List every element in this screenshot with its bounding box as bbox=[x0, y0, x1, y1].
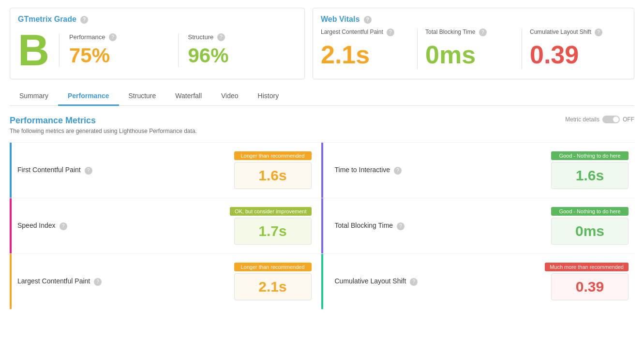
lcp-value: 2.1s bbox=[321, 40, 409, 69]
cls-metric-value: 0.39 bbox=[576, 279, 604, 295]
tbt-help-icon[interactable]: ? bbox=[479, 29, 487, 36]
lcp-metric-label: Largest Contentful Paint ? bbox=[17, 277, 225, 285]
metric-details-toggle[interactable]: Metric details OFF bbox=[565, 116, 634, 123]
cls-value-box: 0.39 bbox=[551, 273, 629, 300]
tti-cell: Time to Interactive ? Good - Nothing to … bbox=[329, 143, 635, 198]
tbt-badge: Good - Nothing to do here bbox=[551, 207, 629, 216]
structure-label-text: Structure bbox=[188, 33, 214, 41]
si-cell: Speed Index ? OK, but consider improveme… bbox=[10, 198, 317, 253]
gtmetrix-title: GTmetrix Grade ? bbox=[18, 15, 297, 24]
structure-help-icon[interactable]: ? bbox=[217, 33, 225, 41]
row3-divider bbox=[321, 254, 325, 309]
performance-help-icon[interactable]: ? bbox=[109, 33, 117, 41]
toggle-label: OFF bbox=[623, 116, 634, 123]
performance-label: Performance ? bbox=[69, 33, 178, 42]
lcp-metric-value: 2.1s bbox=[258, 279, 286, 295]
gtmetrix-grade-card: GTmetrix Grade ? B Performance ? 75% Str… bbox=[10, 8, 305, 79]
tab-summary[interactable]: Summary bbox=[10, 87, 58, 106]
cls-label: Cumulative Layout Shift ? bbox=[530, 29, 618, 36]
metrics-row-3: Largest Contentful Paint ? Longer than r… bbox=[10, 253, 634, 309]
cls-item: Cumulative Layout Shift ? 0.39 bbox=[522, 29, 626, 69]
tbt-cell: Total Blocking Time ? Good - Nothing to … bbox=[329, 198, 635, 253]
si-label-text: Speed Index bbox=[17, 221, 56, 229]
structure-value: 96% bbox=[188, 44, 297, 67]
tbt-label: Total Blocking Time ? bbox=[425, 29, 514, 36]
cls-value: 0.39 bbox=[530, 40, 618, 69]
tab-video[interactable]: Video bbox=[211, 87, 248, 106]
tti-badge-container: Good - Nothing to do here 1.6s bbox=[541, 151, 629, 189]
gtmetrix-help-icon[interactable]: ? bbox=[80, 16, 88, 24]
fcp-value: 1.6s bbox=[258, 167, 286, 183]
fcp-cell: First Contentful Paint ? Longer than rec… bbox=[10, 143, 317, 198]
webvitals-help-icon[interactable]: ? bbox=[364, 16, 372, 24]
lcp-metric-badge-container: Longer than recommended 2.1s bbox=[225, 263, 312, 300]
performance-metrics-section: Metric details OFF Performance Metrics T… bbox=[10, 116, 634, 309]
fcp-help-icon[interactable]: ? bbox=[85, 167, 92, 175]
tbt-item: Total Blocking Time ? 0ms bbox=[417, 29, 522, 69]
lcp-metric-cell: Largest Contentful Paint ? Longer than r… bbox=[10, 254, 317, 309]
cls-metric-label: Cumulative Layout Shift ? bbox=[335, 277, 542, 285]
row2-divider bbox=[321, 198, 325, 253]
tti-label-text: Time to Interactive bbox=[335, 166, 390, 174]
grade-letter: B bbox=[18, 29, 59, 72]
cls-metric-label-text: Cumulative Layout Shift bbox=[335, 277, 406, 285]
lcp-item: Largest Contentful Paint ? 2.1s bbox=[321, 29, 417, 69]
performance-metric: Performance ? 75% bbox=[59, 33, 178, 68]
tti-badge: Good - Nothing to do here bbox=[551, 151, 629, 160]
tbt-badge-container: Good - Nothing to do here 0ms bbox=[541, 207, 629, 245]
tti-value-box: 1.6s bbox=[551, 162, 629, 189]
si-badge: OK, but consider improvement bbox=[230, 207, 312, 216]
tab-history[interactable]: History bbox=[248, 87, 289, 106]
perf-metrics-subtitle: The following metrics are generated usin… bbox=[10, 128, 634, 134]
tbt-value: 0ms bbox=[425, 40, 514, 69]
fcp-badge: Longer than recommended bbox=[234, 151, 312, 160]
lcp-metric-badge: Longer than recommended bbox=[234, 263, 312, 271]
fcp-value-box: 1.6s bbox=[234, 162, 312, 189]
tab-performance[interactable]: Performance bbox=[58, 87, 119, 106]
structure-label: Structure ? bbox=[188, 33, 297, 42]
lcp-label: Largest Contentful Paint ? bbox=[321, 29, 409, 36]
lcp-label-text: Largest Contentful Paint bbox=[321, 29, 383, 35]
gtmetrix-card-inner: B Performance ? 75% Structure ? 96% bbox=[18, 29, 297, 72]
tab-waterfall[interactable]: Waterfall bbox=[165, 87, 211, 106]
perf-header: Metric details OFF Performance Metrics T… bbox=[10, 116, 634, 142]
webvitals-title-text: Web Vitals bbox=[321, 15, 359, 23]
metrics-row-1: First Contentful Paint ? Longer than rec… bbox=[10, 142, 634, 198]
si-help-icon[interactable]: ? bbox=[60, 222, 67, 230]
tbt-metric-label: Total Blocking Time ? bbox=[335, 221, 542, 230]
row1-divider bbox=[321, 143, 325, 198]
tti-value: 1.6s bbox=[576, 167, 604, 183]
webvitals-card: Web Vitals ? Largest Contentful Paint ? … bbox=[313, 8, 634, 79]
cls-metric-help-icon[interactable]: ? bbox=[410, 278, 418, 286]
tbt-value-metric: 0ms bbox=[575, 223, 604, 239]
lcp-metric-help-icon[interactable]: ? bbox=[94, 278, 102, 286]
cls-help-icon[interactable]: ? bbox=[595, 29, 602, 36]
fcp-label: First Contentful Paint ? bbox=[17, 166, 225, 174]
si-badge-container: OK, but consider improvement 1.7s bbox=[225, 207, 312, 245]
metrics-row-2: Speed Index ? OK, but consider improveme… bbox=[10, 198, 634, 253]
tbt-value-box: 0ms bbox=[551, 218, 629, 245]
performance-value: 75% bbox=[69, 44, 178, 67]
fcp-badge-container: Longer than recommended 1.6s bbox=[225, 151, 312, 189]
tab-structure[interactable]: Structure bbox=[119, 87, 166, 106]
si-value: 1.7s bbox=[258, 223, 286, 239]
cls-label-text: Cumulative Layout Shift bbox=[530, 29, 591, 35]
perf-metrics-title: Performance Metrics bbox=[10, 116, 634, 126]
metric-details-label: Metric details bbox=[565, 116, 599, 123]
fcp-label-text: First Contentful Paint bbox=[17, 166, 81, 174]
si-value-box: 1.7s bbox=[234, 218, 312, 245]
tbt-label-text: Total Blocking Time bbox=[425, 29, 475, 35]
cls-badge: Much more than recommended bbox=[545, 263, 629, 271]
si-label: Speed Index ? bbox=[17, 221, 225, 230]
tti-label: Time to Interactive ? bbox=[335, 166, 542, 174]
lcp-metric-value-box: 2.1s bbox=[234, 273, 312, 300]
webvitals-inner: Largest Contentful Paint ? 2.1s Total Bl… bbox=[321, 29, 626, 69]
tbt-metric-help-icon[interactable]: ? bbox=[397, 222, 404, 230]
toggle-switch[interactable] bbox=[602, 116, 620, 123]
tbt-metric-label-text: Total Blocking Time bbox=[335, 221, 393, 229]
lcp-help-icon[interactable]: ? bbox=[387, 29, 394, 36]
tti-help-icon[interactable]: ? bbox=[394, 167, 402, 175]
structure-metric: Structure ? 96% bbox=[178, 33, 297, 68]
gtmetrix-title-text: GTmetrix Grade bbox=[18, 15, 76, 23]
cls-metric-cell: Cumulative Layout Shift ? Much more than… bbox=[329, 254, 635, 309]
